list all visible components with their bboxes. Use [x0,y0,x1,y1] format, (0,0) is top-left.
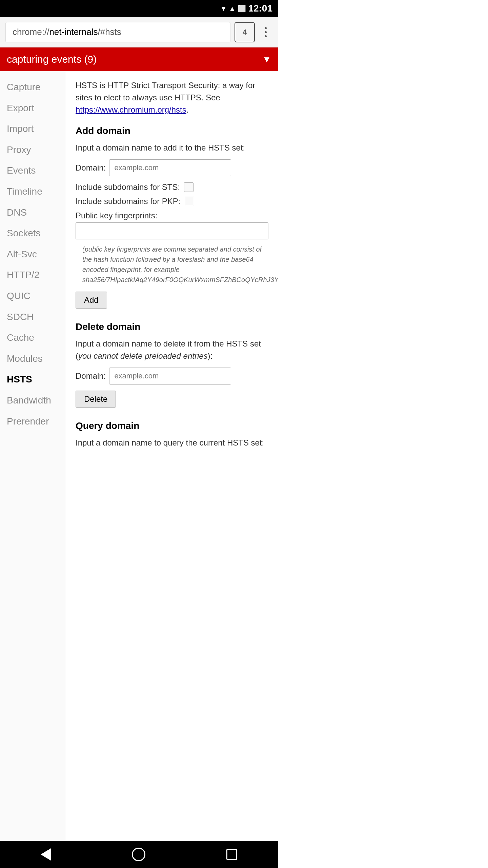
sidebar-item-bandwidth[interactable]: Bandwidth [0,390,66,411]
domain-delete-row: Domain: [76,368,268,384]
sidebar: Capture Export Import Proxy Events Timel… [0,71,66,841]
fingerprint-hint: (public key fingerprints are comma separ… [76,244,268,285]
url-scheme: chrome:// [13,27,49,37]
fingerprint-label: Public key fingerprints: [76,211,268,220]
sidebar-item-cache[interactable]: Cache [0,327,66,348]
domain-delete-label: Domain: [76,371,106,381]
add-button[interactable]: Add [76,292,107,309]
address-bar: chrome://net-internals/#hsts 4 [0,17,278,47]
sidebar-item-sockets[interactable]: Sockets [0,223,66,244]
pkp-checkbox-row: Include subdomains for PKP: [76,197,268,206]
menu-dot-1 [265,27,267,29]
delete-domain-title: Delete domain [76,321,268,332]
sidebar-item-proxy[interactable]: Proxy [0,139,66,160]
sts-checkbox[interactable] [184,182,194,192]
menu-button[interactable] [259,22,272,42]
content-area: HSTS is HTTP Strict Transport Security: … [66,71,278,841]
recents-icon [226,849,237,860]
signal-icon: ▲ [229,5,236,13]
sidebar-item-capture[interactable]: Capture [0,77,66,98]
sidebar-item-quic[interactable]: QUIC [0,285,66,307]
url-path: /#hsts [98,27,121,37]
status-time: 12:01 [248,3,272,14]
pkp-checkbox[interactable] [185,197,194,206]
pkp-label: Include subdomains for PKP: [76,197,181,206]
status-icons: ▼ ▲ ⬜ 12:01 [220,3,272,14]
sts-label: Include subdomains for STS: [76,182,180,192]
battery-icon: ⬜ [238,4,246,13]
add-domain-title: Add domain [76,125,268,136]
menu-dot-2 [265,31,267,33]
query-domain-title: Query domain [76,420,268,431]
bottom-nav [0,841,278,868]
domain-delete-input[interactable] [109,368,231,384]
query-domain-desc: Input a domain name to query the current… [76,437,268,449]
tab-count-button[interactable]: 4 [235,22,255,42]
home-icon [132,848,145,861]
sidebar-item-alt-svc[interactable]: Alt-Svc [0,244,66,265]
delete-note: you cannot delete preloaded entries [78,351,208,360]
main-layout: Capture Export Import Proxy Events Timel… [0,71,278,841]
sidebar-item-hsts[interactable]: HSTS [0,369,66,390]
delete-domain-desc: Input a domain name to delete it from th… [76,338,268,362]
back-icon [41,848,51,861]
url-host: net-internals [49,27,98,37]
wifi-icon: ▼ [220,5,227,13]
url-field[interactable]: chrome://net-internals/#hsts [5,22,230,42]
event-banner[interactable]: capturing events (9) ▼ [0,47,278,71]
event-banner-text: capturing events (9) [7,54,97,65]
sidebar-item-prerender[interactable]: Prerender [0,411,66,432]
add-domain-desc: Input a domain name to add it to the HST… [76,142,268,154]
sidebar-item-export[interactable]: Export [0,98,66,119]
sidebar-item-timeline[interactable]: Timeline [0,181,66,202]
domain-add-input[interactable] [109,159,231,176]
sts-checkbox-row: Include subdomains for STS: [76,182,268,192]
domain-add-row: Domain: [76,159,268,176]
delete-button[interactable]: Delete [76,391,116,408]
sidebar-item-modules[interactable]: Modules [0,348,66,369]
sidebar-item-sdch[interactable]: SDCH [0,307,66,328]
intro-link[interactable]: https://www.chromium.org/hsts [76,105,186,114]
menu-dot-3 [265,35,267,37]
sidebar-item-import[interactable]: Import [0,118,66,139]
back-button[interactable] [41,848,51,861]
status-bar: ▼ ▲ ⬜ 12:01 [0,0,278,17]
event-banner-arrow: ▼ [262,54,271,65]
sidebar-item-http2[interactable]: HTTP/2 [0,264,66,285]
domain-add-label: Domain: [76,163,106,173]
fingerprint-input[interactable] [76,222,268,239]
recents-button[interactable] [226,849,237,860]
intro-text: HSTS is HTTP Strict Transport Security: … [76,79,268,116]
sidebar-item-events[interactable]: Events [0,160,66,181]
home-button[interactable] [132,848,145,861]
sidebar-item-dns[interactable]: DNS [0,202,66,223]
